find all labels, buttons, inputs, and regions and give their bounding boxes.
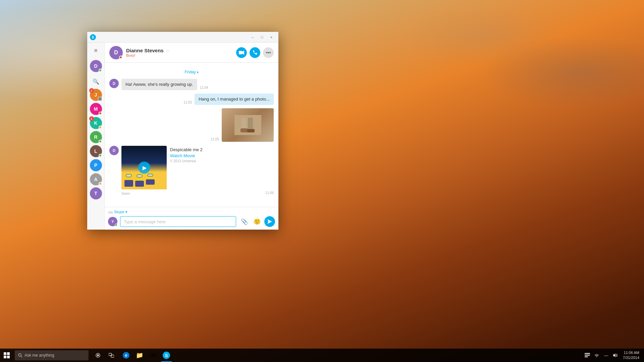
message-row-outgoing-text: 11:05 Hang on, I managed to get a photo.… bbox=[109, 94, 274, 105]
movie-content-area: ▶ Despicable me 2 Watch Movie © 2013 Uni… bbox=[121, 146, 203, 195]
badge-count-3: 3 bbox=[89, 116, 94, 121]
movie-message-time: 11:06 bbox=[265, 191, 274, 195]
via-text: via bbox=[108, 210, 113, 214]
tray-time: 11:06 AM bbox=[623, 350, 639, 355]
more-options-button[interactable]: ••• bbox=[263, 47, 274, 58]
svg-rect-19 bbox=[585, 353, 590, 354]
contact-name-row: Dianne Stevens ☆ bbox=[126, 48, 170, 53]
date-separator[interactable]: Friday bbox=[109, 69, 274, 75]
message-row-incoming-1: D Ha! Awww, she's really growing up. 11:… bbox=[109, 79, 274, 90]
taskbar-ie[interactable]: e bbox=[119, 349, 133, 362]
contact-name: Dianne Stevens bbox=[126, 48, 164, 53]
taskbar-store[interactable]: 🛍 bbox=[146, 349, 160, 362]
movie-thumbnail[interactable]: ▶ bbox=[121, 146, 167, 189]
video-call-button[interactable] bbox=[236, 47, 247, 58]
date-label[interactable]: Friday bbox=[184, 70, 198, 74]
status-indicator-2 bbox=[99, 112, 102, 115]
search-button[interactable]: 🔍 bbox=[90, 75, 102, 87]
window-titlebar: S – □ × bbox=[87, 32, 278, 43]
sidebar-avatar-6: P bbox=[90, 159, 102, 171]
movie-copyright: © 2013 Universal bbox=[170, 159, 203, 163]
maximize-button[interactable]: □ bbox=[258, 34, 266, 41]
message-time-1: 11:04 bbox=[200, 86, 208, 89]
minimize-button[interactable]: – bbox=[248, 34, 257, 41]
notification-center-icon[interactable] bbox=[583, 351, 591, 359]
star-icon[interactable]: ☆ bbox=[166, 48, 170, 53]
message-content-1: Ha! Awww, she's really growing up. bbox=[121, 79, 197, 90]
taskbar-search[interactable]: Ask me anything bbox=[15, 350, 89, 360]
sidebar-contact-3[interactable]: 3 K bbox=[90, 117, 102, 129]
network-icon[interactable] bbox=[593, 351, 601, 359]
sidebar-avatar-8: T bbox=[90, 187, 102, 199]
message-text-1: Ha! Awww, she's really growing up. bbox=[125, 82, 193, 87]
svg-rect-11 bbox=[4, 356, 6, 358]
play-circle[interactable]: ▶ bbox=[138, 162, 150, 174]
taskbar-system-icons bbox=[91, 349, 118, 362]
svg-marker-8 bbox=[267, 219, 272, 224]
sidebar-contact-1[interactable]: 3 J bbox=[90, 89, 102, 101]
skype-link[interactable]: Skype ▾ bbox=[114, 210, 127, 214]
sidebar-contact-5[interactable]: L bbox=[90, 145, 102, 157]
cortana-button[interactable] bbox=[91, 349, 105, 362]
sidebar-contact-4[interactable]: R bbox=[90, 131, 102, 143]
movie-title: Despicable me 2 bbox=[170, 147, 203, 152]
taskbar-skype[interactable]: S bbox=[160, 349, 173, 362]
message-text-2: Hang on, I managed to get a photo... bbox=[199, 97, 270, 102]
watch-movie-link[interactable]: Watch Movie bbox=[170, 153, 203, 158]
message-bubble-1: Ha! Awww, she's really growing up. bbox=[121, 79, 197, 90]
start-button[interactable] bbox=[0, 349, 13, 362]
svg-rect-7 bbox=[234, 115, 261, 135]
chat-header: D Dianne Stevens ☆ Busy! bbox=[105, 43, 278, 63]
sidebar-contact-active[interactable]: D bbox=[90, 60, 102, 72]
movie-card: ▶ Despicable me 2 Watch Movie © 2013 Uni… bbox=[121, 146, 203, 189]
svg-rect-9 bbox=[4, 352, 6, 355]
close-button[interactable]: × bbox=[267, 34, 276, 41]
emoji-button[interactable]: 🙂 bbox=[252, 216, 262, 227]
tray-date: 7/31/2014 bbox=[623, 355, 639, 360]
tray-clock[interactable]: 11:06 AM 7/31/2014 bbox=[621, 350, 641, 361]
task-view-button[interactable] bbox=[105, 349, 118, 362]
message-input[interactable] bbox=[120, 216, 236, 227]
svg-rect-20 bbox=[585, 355, 590, 356]
chat-messages[interactable]: Friday D Ha! Awww, she's really growing … bbox=[105, 63, 278, 207]
photo-thumbnail bbox=[222, 108, 274, 142]
movie-info: Despicable me 2 Watch Movie © 2013 Unive… bbox=[170, 146, 203, 163]
attachment-button[interactable]: 📎 bbox=[239, 216, 250, 227]
status-indicator-3 bbox=[99, 126, 102, 129]
message-time-2: 11:05 bbox=[183, 101, 192, 104]
sidebar-contact-6[interactable]: P bbox=[90, 159, 102, 171]
play-overlay[interactable]: ▶ bbox=[121, 146, 167, 189]
sidebar-contact-2[interactable]: M bbox=[90, 103, 102, 115]
chat-main: D Dianne Stevens ☆ Busy! bbox=[105, 43, 278, 230]
svg-marker-22 bbox=[613, 353, 615, 357]
volume-icon[interactable] bbox=[611, 351, 620, 359]
skype-window: S – □ × ≡ D 🔍 3 J M bbox=[87, 32, 278, 230]
skype-sidebar: ≡ D 🔍 3 J M 3 K bbox=[87, 43, 105, 230]
minimize-windows-icon[interactable]: — bbox=[602, 351, 610, 359]
window-controls: – □ × bbox=[248, 34, 276, 41]
status-indicator-7 bbox=[99, 182, 102, 185]
status-indicator-0 bbox=[99, 69, 102, 72]
taskbar-app-icons: e 📁 🛍 S bbox=[119, 349, 173, 362]
svg-rect-10 bbox=[7, 352, 10, 355]
svg-point-16 bbox=[97, 354, 99, 356]
taskbar-explorer[interactable]: 📁 bbox=[133, 349, 146, 362]
status-indicator-4 bbox=[99, 140, 102, 143]
footer-status-dot bbox=[115, 224, 117, 226]
voice-call-button[interactable] bbox=[250, 47, 260, 58]
status-indicator-5 bbox=[99, 154, 102, 157]
search-placeholder: Ask me anything bbox=[24, 353, 54, 358]
explorer-icon: 📁 bbox=[136, 352, 143, 359]
message-bubble-2: Hang on, I managed to get a photo... bbox=[195, 94, 274, 105]
message-row-outgoing-photo: 11:05 bbox=[109, 108, 274, 142]
movie-share-row: D bbox=[109, 146, 274, 195]
sidebar-contact-7[interactable]: A bbox=[90, 173, 102, 185]
send-button[interactable] bbox=[264, 216, 275, 227]
svg-marker-1 bbox=[242, 51, 244, 55]
skype-body: ≡ D 🔍 3 J M 3 K bbox=[87, 43, 278, 230]
footer-user-avatar: Y bbox=[108, 217, 117, 226]
footer-input-row: Y 📎 🙂 bbox=[108, 216, 275, 227]
taskbar-tray: — 11:06 AM 7/31/2014 bbox=[583, 350, 644, 361]
hamburger-menu-button[interactable]: ≡ bbox=[90, 45, 102, 56]
sidebar-contact-8[interactable]: T bbox=[90, 187, 102, 199]
